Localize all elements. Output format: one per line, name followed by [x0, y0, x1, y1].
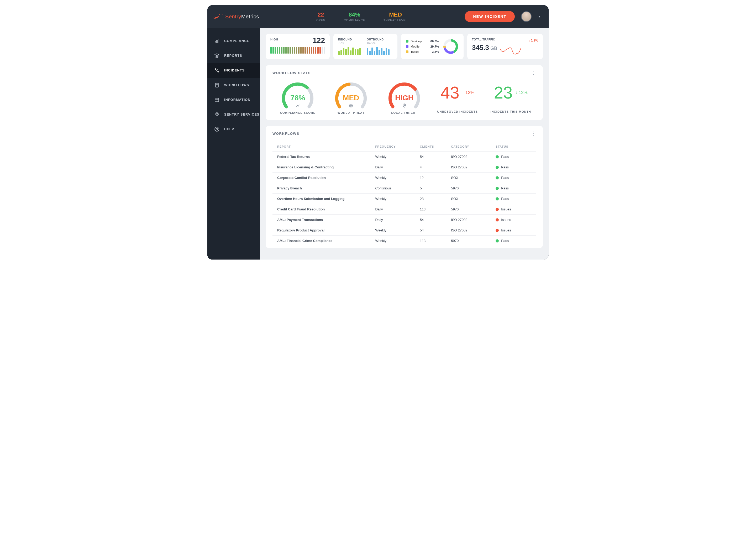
outbound-bars-chart — [367, 46, 390, 55]
gauge-local-threat: HIGHLOCAL THREAT — [379, 81, 430, 114]
inbound-column: INBOUND 70% — [338, 38, 361, 55]
sidebar-item-compliance[interactable]: COMPLIANCE — [208, 34, 260, 48]
sidebar-item-incidents[interactable]: INCIDENTS — [208, 63, 260, 78]
sidebar-item-label: INFORMATION — [224, 98, 251, 102]
sidebar: COMPLIANCEREPORTSINCIDENTSWORKFLOWSINFOR… — [208, 28, 260, 259]
puzzle-icon — [214, 112, 219, 117]
sidebar-item-information[interactable]: INFORMATION — [208, 92, 260, 107]
device-row: Mobile29.7% — [406, 44, 439, 49]
sidebar-item-label: WORKFLOWS — [224, 83, 249, 87]
card-devices: Desktop66.6%Mobile29.7%Tablet3.8% — [401, 34, 464, 59]
more-dots-icon[interactable]: ⋮ — [531, 72, 536, 74]
traffic-label: TOTAL TRAFFIC — [472, 38, 497, 41]
gauge-world-threat: MEDWORLD THREAT — [326, 81, 376, 114]
table-header: REPORT FREQUENCY CLIENTS CATEGORY STATUS — [272, 142, 536, 151]
device-row: Tablet3.8% — [406, 49, 439, 54]
table-row[interactable]: Corporate Conflict ResolutionWeekly12SOX… — [272, 172, 536, 183]
sidebar-item-help[interactable]: HELP — [208, 122, 260, 136]
header-stat-open: 22 OPEN — [316, 11, 325, 22]
traffic-sparkline — [500, 46, 521, 55]
top-cards: HIGH 122 INBOUND 70% OUTBOUND 152.26 — [266, 34, 543, 59]
svg-point-14 — [404, 105, 405, 106]
table-row[interactable]: Federal Tax ReturnsWeekly54ISO 27002Pass — [272, 151, 536, 162]
lifebuoy-icon — [214, 127, 219, 132]
workflows-title: WORKFLOWS — [272, 132, 300, 135]
counter-month: 23↓ 12%INCIDENTS THIS MONTH — [485, 81, 536, 114]
svg-rect-1 — [216, 40, 217, 43]
svg-rect-0 — [215, 41, 216, 43]
svg-rect-6 — [215, 98, 219, 102]
table-row[interactable]: Regulatory Product ApprovalWeekly54ISO 2… — [272, 225, 536, 235]
main-content: HIGH 122 INBOUND 70% OUTBOUND 152.26 — [260, 28, 548, 259]
svg-point-3 — [215, 69, 216, 70]
sidebar-item-label: SENTRY SERVICES — [224, 113, 260, 116]
chart-bar-icon — [214, 38, 219, 44]
panel-workflows: WORKFLOWS ⋮ REPORT FREQUENCY CLIENTS CAT… — [266, 126, 543, 248]
table-row[interactable]: Overtime Hours Submission and LoggingWee… — [272, 193, 536, 204]
sidebar-item-reports[interactable]: REPORTS — [208, 48, 260, 63]
svg-rect-2 — [218, 39, 219, 43]
svg-point-8 — [216, 129, 217, 130]
counter-unresolved: 43↑ 12%UNRESOVED INCIDENTS — [432, 81, 483, 114]
device-row: Desktop66.6% — [406, 39, 439, 44]
table-body: Federal Tax ReturnsWeekly54ISO 27002Pass… — [272, 151, 536, 246]
header: SentryMetrics 22 OPEN 84% COMPLIANCE MED… — [208, 5, 548, 28]
table-row[interactable]: Insurance Licensing & ContractingDaily4I… — [272, 162, 536, 172]
sidebar-item-sentry-services[interactable]: SENTRY SERVICES — [208, 107, 260, 122]
traffic-delta: ↓ 1.2% — [528, 39, 538, 42]
table-row[interactable]: Credit Card Fraud ResolutionDaily1135970… — [272, 204, 536, 214]
header-stat-compliance: 84% COMPLIANCE — [344, 11, 365, 22]
traffic-value: 345.3GB — [472, 44, 497, 52]
inbound-bars-chart — [338, 46, 361, 55]
svg-point-4 — [217, 71, 219, 72]
header-stats: 22 OPEN 84% COMPLIANCE MED THREAT LEVEL — [259, 11, 465, 22]
table-row[interactable]: AML: Financial Crime ComplianceWeekly113… — [272, 235, 536, 246]
tools-icon — [214, 68, 219, 73]
panel-workflow-stats: WORKFLOW STATS ⋮ 78%COMPLIANCE SCORE MED… — [266, 65, 543, 120]
device-donut-chart — [443, 38, 459, 55]
card-inbound-outbound: INBOUND 70% OUTBOUND 152.26 — [333, 34, 398, 59]
more-dots-icon[interactable]: ⋮ — [531, 133, 536, 135]
logo-mark-icon — [213, 14, 223, 20]
table-row[interactable]: AML: Payment TransactionsDaily54ISO 2700… — [272, 214, 536, 225]
clipboard-icon — [214, 82, 219, 88]
new-incident-button[interactable]: NEW INCIDENT — [465, 11, 515, 22]
sidebar-item-label: REPORTS — [224, 54, 242, 58]
outbound-column: OUTBOUND 152.26 — [367, 38, 390, 55]
sidebar-item-workflows[interactable]: WORKFLOWS — [208, 78, 260, 92]
card-high-value: 122 — [313, 36, 325, 45]
layers-icon — [214, 53, 219, 58]
high-bars-chart — [270, 46, 325, 54]
logo: SentryMetrics — [213, 14, 259, 20]
chevron-down-icon[interactable]: ▼ — [538, 15, 541, 18]
avatar[interactable] — [521, 11, 532, 22]
device-legend: Desktop66.6%Mobile29.7%Tablet3.8% — [406, 39, 439, 54]
app-shell: SentryMetrics 22 OPEN 84% COMPLIANCE MED… — [208, 5, 548, 259]
browser-icon — [214, 97, 219, 102]
sidebar-item-label: HELP — [224, 128, 234, 131]
sidebar-item-label: COMPLIANCE — [224, 39, 249, 43]
table-row[interactable]: Privacy BreachContinious55970Pass — [272, 183, 536, 193]
workflow-stats-title: WORKFLOW STATS — [272, 71, 311, 75]
gauge-compliance: 78%COMPLIANCE SCORE — [272, 81, 323, 114]
header-right: NEW INCIDENT ▼ — [465, 11, 541, 22]
logo-text: SentryMetrics — [225, 14, 259, 20]
sidebar-item-label: INCIDENTS — [224, 69, 245, 72]
card-high-severity: HIGH 122 — [266, 34, 330, 59]
header-stat-threat: MED THREAT LEVEL — [384, 11, 407, 22]
card-total-traffic: TOTAL TRAFFIC 345.3GB ↓ 1.2% — [467, 34, 543, 59]
